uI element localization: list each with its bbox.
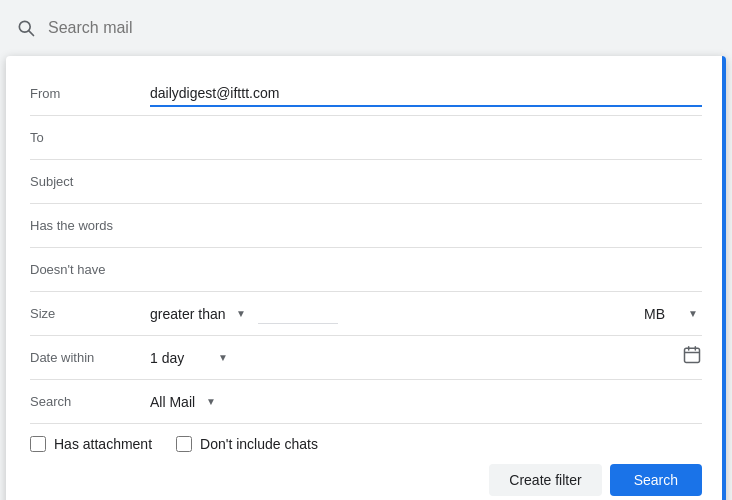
svg-rect-2 bbox=[685, 348, 700, 362]
search-scope-select-wrap[interactable]: All Mail Inbox Sent Drafts Spam Trash ▼ bbox=[150, 394, 220, 410]
search-scope-label: Search bbox=[30, 394, 150, 409]
date-within-row: Date within 1 day 3 days 1 week 2 weeks … bbox=[30, 336, 702, 380]
size-row: Size greater than less than ▼ MB KB Byte… bbox=[30, 292, 702, 336]
subject-label: Subject bbox=[30, 174, 150, 189]
dont-include-chats-label: Don't include chats bbox=[200, 436, 318, 452]
has-attachment-checkbox-label[interactable]: Has attachment bbox=[30, 436, 152, 452]
size-unit-select[interactable]: MB KB Bytes bbox=[644, 306, 702, 322]
subject-row: Subject bbox=[30, 160, 702, 204]
from-row: From bbox=[30, 72, 702, 116]
size-comparison-wrap[interactable]: greater than less than ▼ bbox=[150, 306, 250, 322]
has-words-row: Has the words bbox=[30, 204, 702, 248]
to-label: To bbox=[30, 130, 150, 145]
search-scope-select[interactable]: All Mail Inbox Sent Drafts Spam Trash bbox=[150, 394, 220, 410]
checkbox-row: Has attachment Don't include chats bbox=[30, 436, 702, 452]
has-words-label: Has the words bbox=[30, 218, 150, 233]
date-within-label: Date within bbox=[30, 350, 150, 365]
date-within-select-wrap[interactable]: 1 day 3 days 1 week 2 weeks 1 month 2 mo… bbox=[150, 350, 232, 366]
has-attachment-checkbox[interactable] bbox=[30, 436, 46, 452]
has-words-input[interactable] bbox=[150, 214, 702, 238]
has-attachment-label: Has attachment bbox=[54, 436, 152, 452]
dont-include-chats-checkbox-label[interactable]: Don't include chats bbox=[176, 436, 318, 452]
accent-bar bbox=[722, 56, 726, 500]
doesnt-have-row: Doesn't have bbox=[30, 248, 702, 292]
search-button[interactable]: Search bbox=[610, 464, 702, 496]
from-input[interactable] bbox=[150, 81, 702, 107]
to-row: To bbox=[30, 116, 702, 160]
calendar-icon[interactable] bbox=[682, 345, 702, 370]
advanced-search-panel: From To Subject Has the words Doesn't ha… bbox=[6, 56, 726, 500]
create-filter-button[interactable]: Create filter bbox=[489, 464, 601, 496]
search-mail-input[interactable] bbox=[48, 19, 716, 37]
size-comparison-select[interactable]: greater than less than bbox=[150, 306, 250, 322]
size-label: Size bbox=[30, 306, 150, 321]
svg-line-1 bbox=[29, 31, 34, 36]
date-within-select[interactable]: 1 day 3 days 1 week 2 weeks 1 month 2 mo… bbox=[150, 350, 232, 366]
size-value-input[interactable] bbox=[258, 303, 338, 324]
from-label: From bbox=[30, 86, 150, 101]
size-group: greater than less than ▼ MB KB Bytes ▼ bbox=[150, 303, 702, 324]
footer-buttons: Create filter Search bbox=[30, 464, 702, 496]
doesnt-have-input[interactable] bbox=[150, 258, 702, 282]
dont-include-chats-checkbox[interactable] bbox=[176, 436, 192, 452]
date-row-inner: 1 day 3 days 1 week 2 weeks 1 month 2 mo… bbox=[150, 345, 702, 370]
search-bar bbox=[0, 0, 732, 56]
subject-input[interactable] bbox=[150, 170, 702, 194]
to-input[interactable] bbox=[150, 126, 702, 150]
search-icon bbox=[16, 18, 36, 38]
search-scope-row: Search All Mail Inbox Sent Drafts Spam T… bbox=[30, 380, 702, 424]
doesnt-have-label: Doesn't have bbox=[30, 262, 150, 277]
size-unit-wrap[interactable]: MB KB Bytes ▼ bbox=[644, 306, 702, 322]
